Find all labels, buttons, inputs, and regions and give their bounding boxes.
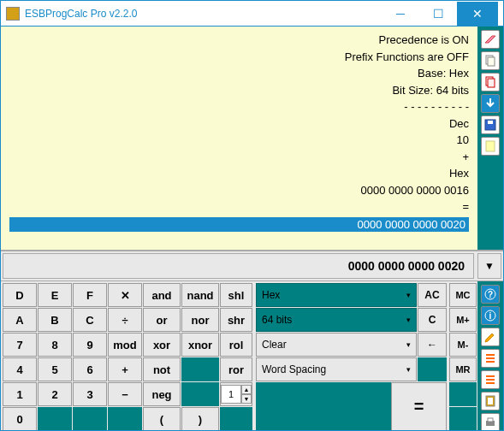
- svg-rect-20: [488, 418, 493, 422]
- mminus-button[interactable]: M-: [449, 333, 477, 357]
- spin-down[interactable]: ▼: [241, 394, 252, 404]
- key-blank: [220, 407, 252, 431]
- key-b[interactable]: B: [38, 308, 72, 332]
- svg-text:i: i: [489, 311, 492, 321]
- key-4[interactable]: 4: [3, 357, 37, 381]
- key-or[interactable]: or: [143, 308, 181, 332]
- key-5[interactable]: 5: [38, 357, 72, 381]
- svg-rect-12: [486, 357, 495, 359]
- svg-rect-11: [486, 354, 495, 356]
- key-f[interactable]: F: [73, 283, 107, 307]
- edit-icon[interactable]: [481, 328, 500, 346]
- app-icon: [6, 7, 20, 21]
- svg-rect-3: [488, 79, 495, 87]
- key-7[interactable]: 7: [3, 333, 37, 357]
- memory-column: MC M+ M- MR: [448, 281, 477, 431]
- key-blank: [181, 382, 219, 406]
- key-6[interactable]: 6: [73, 357, 107, 381]
- key-shl[interactable]: shl: [220, 283, 252, 307]
- key-shr[interactable]: shr: [220, 308, 252, 332]
- key-neg[interactable]: neg: [143, 382, 181, 406]
- key-2[interactable]: 2: [38, 382, 72, 406]
- mc-button[interactable]: MC: [449, 283, 477, 307]
- display-dropdown[interactable]: ▼: [477, 253, 501, 279]
- copy-icon[interactable]: [481, 51, 500, 70]
- minimize-button[interactable]: ─: [382, 2, 419, 26]
- mplus-button[interactable]: M+: [449, 308, 477, 332]
- help-icon[interactable]: ?: [481, 285, 500, 304]
- key-divide[interactable]: ÷: [108, 308, 142, 332]
- close-button[interactable]: ✕: [457, 2, 498, 26]
- clear-combo[interactable]: Clear▾: [256, 333, 417, 357]
- key-nor[interactable]: nor: [181, 308, 219, 332]
- history-current: 0000 0000 0000 0020: [9, 217, 469, 232]
- teal-fill: [256, 382, 391, 431]
- key-minus[interactable]: −: [108, 382, 142, 406]
- list2-icon[interactable]: [481, 370, 500, 389]
- svg-rect-18: [488, 398, 493, 404]
- bits-combo[interactable]: 64 bits▾: [256, 308, 417, 332]
- save-icon[interactable]: [481, 115, 500, 134]
- display-value: 0000 0000 0000 0020: [3, 253, 474, 279]
- keypad: D E F ✕ and nand shl A B C ÷ or nor shr …: [1, 281, 254, 431]
- spacing-combo[interactable]: Word Spacing▾: [256, 357, 417, 381]
- eraser-icon[interactable]: [481, 30, 500, 49]
- key-blank: [181, 357, 219, 381]
- svg-rect-1: [488, 57, 495, 66]
- right-toolbar: [477, 27, 503, 250]
- key-8[interactable]: 8: [38, 333, 72, 357]
- info-icon[interactable]: i: [481, 306, 500, 325]
- back-button[interactable]: ←: [418, 333, 447, 357]
- paste-icon[interactable]: [481, 392, 500, 410]
- key-9[interactable]: 9: [73, 333, 107, 357]
- svg-rect-6: [486, 141, 495, 151]
- key-d[interactable]: D: [3, 283, 37, 307]
- key-rparen[interactable]: ): [181, 407, 219, 431]
- key-and[interactable]: and: [143, 283, 181, 307]
- key-0[interactable]: 0: [3, 407, 37, 431]
- key-multiply[interactable]: ✕: [108, 283, 142, 307]
- window-title: ESBProgCalc Pro v2.2.0: [25, 8, 382, 20]
- key-xnor[interactable]: xnor: [181, 333, 219, 357]
- key-plus[interactable]: +: [108, 357, 142, 381]
- key-rol[interactable]: rol: [220, 333, 252, 357]
- rotate-spinner[interactable]: ▲▼: [220, 382, 252, 406]
- svg-rect-15: [486, 379, 495, 381]
- right-controls: Hex▾ AC 64 bits▾ C Clear▾ ← Word Spacing…: [254, 281, 448, 431]
- c-button[interactable]: C: [418, 308, 447, 332]
- print-icon[interactable]: [481, 413, 500, 431]
- blank: [418, 357, 447, 381]
- base-combo[interactable]: Hex▾: [256, 283, 417, 307]
- svg-rect-13: [486, 361, 495, 363]
- key-blank: [73, 407, 107, 431]
- spin-up[interactable]: ▲: [241, 385, 252, 394]
- equals-button[interactable]: =: [391, 382, 447, 431]
- key-blank: [38, 407, 72, 431]
- key-not[interactable]: not: [143, 357, 181, 381]
- maximize-button[interactable]: ☐: [419, 2, 457, 26]
- history-panel: Precedence is ON Prefix Functions are OF…: [1, 27, 477, 250]
- svg-rect-16: [486, 382, 495, 384]
- key-ror[interactable]: ror: [220, 357, 252, 381]
- copy-red-icon[interactable]: [481, 73, 500, 92]
- download-icon[interactable]: [481, 94, 500, 113]
- svg-text:?: ?: [488, 290, 493, 299]
- key-e[interactable]: E: [38, 283, 72, 307]
- key-1[interactable]: 1: [3, 382, 37, 406]
- key-blank: [108, 407, 142, 431]
- key-3[interactable]: 3: [73, 382, 107, 406]
- key-mod[interactable]: mod: [108, 333, 142, 357]
- svg-rect-14: [486, 375, 495, 377]
- svg-rect-5: [488, 121, 493, 124]
- rotate-input[interactable]: [221, 385, 241, 404]
- key-nand[interactable]: nand: [181, 283, 219, 307]
- list1-icon[interactable]: [481, 349, 500, 368]
- key-c[interactable]: C: [73, 308, 107, 332]
- key-lparen[interactable]: (: [143, 407, 181, 431]
- key-a[interactable]: A: [3, 308, 37, 332]
- note-icon[interactable]: [481, 137, 500, 156]
- mr-button[interactable]: MR: [449, 357, 477, 381]
- ac-button[interactable]: AC: [418, 283, 447, 307]
- key-xor[interactable]: xor: [143, 333, 181, 357]
- history-lines: Precedence is ON Prefix Functions are OF…: [9, 32, 469, 216]
